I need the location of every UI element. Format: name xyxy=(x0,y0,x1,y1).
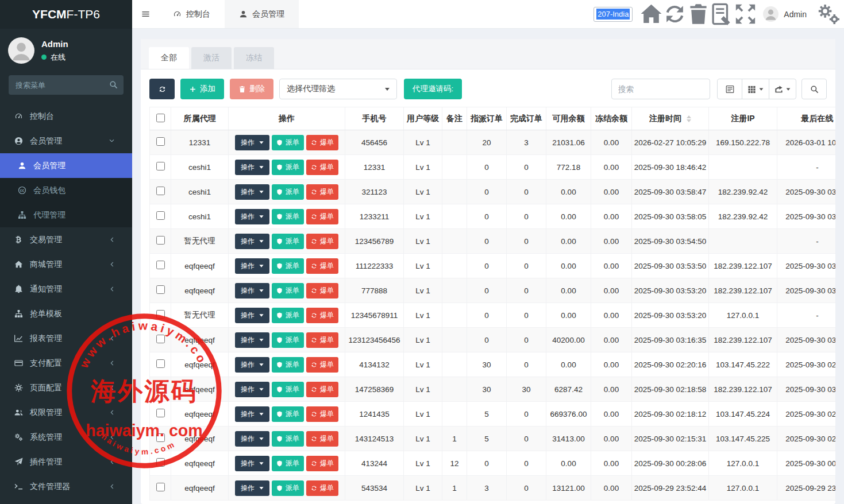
search-toggle-button[interactable] xyxy=(801,79,827,99)
tab-frozen[interactable]: 冻结 xyxy=(234,47,274,69)
dispatch-button[interactable]: 派单 xyxy=(272,406,304,422)
tab-all[interactable]: 全部 xyxy=(149,47,189,69)
dispatch-button[interactable]: 派单 xyxy=(272,308,304,323)
tab-activated[interactable]: 激活 xyxy=(191,47,232,69)
navbar-user-label[interactable]: Admin xyxy=(784,10,807,19)
operate-button[interactable]: 操作 xyxy=(235,184,269,200)
sidebar-item-permission-manage[interactable]: 权限管理 xyxy=(0,400,132,425)
column-header[interactable]: 注册时间 xyxy=(632,107,709,130)
dispatch-button[interactable]: 派单 xyxy=(272,258,304,274)
sidebar-item-report-manage[interactable]: 报表管理 xyxy=(0,326,132,351)
burst-button[interactable]: 爆单 xyxy=(306,308,338,323)
row-checkbox[interactable] xyxy=(156,285,165,294)
row-checkbox[interactable] xyxy=(156,187,165,195)
operate-button[interactable]: 操作 xyxy=(235,308,269,323)
columns-button[interactable] xyxy=(742,79,769,99)
settings-cogs-icon[interactable] xyxy=(817,0,841,29)
operate-button[interactable]: 操作 xyxy=(235,258,269,274)
clear-cache-icon[interactable] xyxy=(710,0,734,29)
refresh-icon[interactable] xyxy=(663,0,687,29)
row-checkbox[interactable] xyxy=(156,433,165,442)
row-checkbox[interactable] xyxy=(156,162,165,170)
row-checkbox[interactable] xyxy=(156,261,165,269)
row-checkbox[interactable] xyxy=(156,359,165,368)
operate-button[interactable]: 操作 xyxy=(235,234,269,249)
sidebar-item-member-manage[interactable]: 会员管理 xyxy=(0,129,132,153)
row-checkbox[interactable] xyxy=(156,409,165,417)
navbar-text-input[interactable]: 207-India xyxy=(594,7,633,22)
select-all-checkbox[interactable] xyxy=(156,114,165,122)
operate-button[interactable]: 操作 xyxy=(235,283,269,298)
table-search-input[interactable] xyxy=(611,79,710,99)
sidebar-item-online-command[interactable]: 在线命令管理 xyxy=(0,499,132,504)
operate-button[interactable]: 操作 xyxy=(235,480,269,496)
dispatch-button[interactable]: 派单 xyxy=(272,431,304,447)
burst-button[interactable]: 爆单 xyxy=(306,160,338,175)
sidebar-item-member-wallet[interactable]: cc会员钱包 xyxy=(0,178,132,203)
burst-button[interactable]: 爆单 xyxy=(306,456,338,471)
agent-invite-code-button[interactable]: 代理邀请码: xyxy=(404,79,462,99)
burst-button[interactable]: 爆单 xyxy=(306,258,338,274)
burst-button[interactable]: 爆单 xyxy=(306,283,338,298)
burst-button[interactable]: 爆单 xyxy=(306,184,338,200)
dispatch-button[interactable]: 派单 xyxy=(272,283,304,298)
operate-button[interactable]: 操作 xyxy=(235,406,269,422)
fullscreen-icon[interactable] xyxy=(734,0,757,29)
operate-button[interactable]: 操作 xyxy=(235,209,269,224)
delete-button[interactable]: 删除 xyxy=(230,79,273,99)
operate-button[interactable]: 操作 xyxy=(235,332,269,348)
operate-button[interactable]: 操作 xyxy=(235,456,269,471)
burst-button[interactable]: 爆单 xyxy=(306,357,338,373)
hamburger-menu-icon[interactable] xyxy=(132,0,159,28)
burst-button[interactable]: 爆单 xyxy=(306,135,338,150)
dispatch-button[interactable]: 派单 xyxy=(272,332,304,348)
dispatch-button[interactable]: 派单 xyxy=(272,135,304,150)
operate-button[interactable]: 操作 xyxy=(235,431,269,447)
dispatch-button[interactable]: 派单 xyxy=(272,160,304,175)
dispatch-button[interactable]: 派单 xyxy=(272,357,304,373)
row-checkbox[interactable] xyxy=(156,483,165,491)
trash-icon[interactable] xyxy=(687,0,710,29)
sidebar-item-agent-manage[interactable]: 代理管理 xyxy=(0,203,132,227)
dispatch-button[interactable]: 派单 xyxy=(272,234,304,249)
dispatch-button[interactable]: 派单 xyxy=(272,209,304,224)
sidebar-item-plugin-manage[interactable]: 插件管理 xyxy=(0,449,132,474)
operate-button[interactable]: 操作 xyxy=(235,382,269,397)
detail-view-button[interactable] xyxy=(717,79,742,99)
add-button[interactable]: 添加 xyxy=(180,79,224,99)
operate-button[interactable]: 操作 xyxy=(235,357,269,373)
sidebar-item-file-manager[interactable]: 文件管理器 xyxy=(0,474,132,499)
tab-dashboard[interactable]: 控制台 xyxy=(159,0,225,28)
home-icon[interactable] xyxy=(639,0,663,29)
sidebar-item-member-list[interactable]: 会员管理 xyxy=(0,153,132,178)
tab-member-manage[interactable]: 会员管理 xyxy=(225,0,299,28)
operate-button[interactable]: 操作 xyxy=(235,160,269,175)
avatar[interactable] xyxy=(763,6,779,22)
burst-button[interactable]: 爆单 xyxy=(306,406,338,422)
burst-button[interactable]: 爆单 xyxy=(306,332,338,348)
sidebar-item-trade-manage[interactable]: 交易管理 xyxy=(0,227,132,252)
sidebar-item-notice-manage[interactable]: 通知管理 xyxy=(0,277,132,301)
menu-search-input[interactable] xyxy=(9,75,124,95)
dispatch-button[interactable]: 派单 xyxy=(272,480,304,496)
dispatch-button[interactable]: 派单 xyxy=(272,184,304,200)
sidebar-item-dashboard[interactable]: 控制台 xyxy=(0,104,132,129)
row-checkbox[interactable] xyxy=(156,458,165,467)
dispatch-button[interactable]: 派单 xyxy=(272,382,304,397)
row-checkbox[interactable] xyxy=(156,236,165,245)
row-checkbox[interactable] xyxy=(156,335,165,343)
row-checkbox[interactable] xyxy=(156,384,165,393)
sidebar-item-payment-config[interactable]: 支付配置 xyxy=(0,351,132,375)
sidebar-item-page-config[interactable]: 页面配置 xyxy=(0,375,132,400)
burst-button[interactable]: 爆单 xyxy=(306,382,338,397)
burst-button[interactable]: 爆单 xyxy=(306,234,338,249)
row-checkbox[interactable] xyxy=(156,211,165,220)
burst-button[interactable]: 爆单 xyxy=(306,209,338,224)
burst-button[interactable]: 爆单 xyxy=(306,431,338,447)
agent-filter-select[interactable]: 选择代理筛选 xyxy=(279,79,397,99)
dispatch-button[interactable]: 派单 xyxy=(272,456,304,471)
row-checkbox[interactable] xyxy=(156,310,165,319)
burst-button[interactable]: 爆单 xyxy=(306,480,338,496)
row-checkbox[interactable] xyxy=(156,137,165,146)
sidebar-item-mall-manage[interactable]: 商城管理 xyxy=(0,252,132,277)
